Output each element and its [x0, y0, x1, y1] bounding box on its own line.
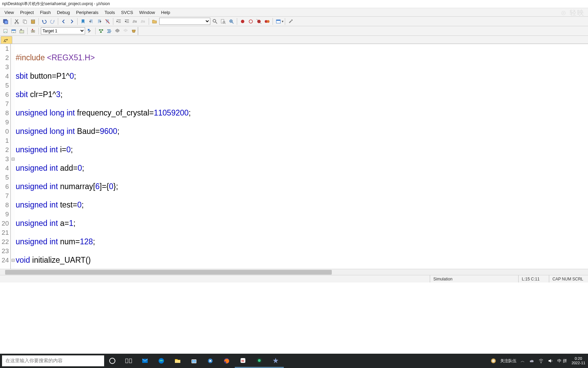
app1-icon[interactable]: [202, 354, 218, 368]
translate-icon[interactable]: [2, 27, 9, 35]
svg-point-15: [241, 20, 244, 23]
menu-view[interactable]: View: [1, 9, 17, 16]
bookmark-clear-icon[interactable]: [104, 18, 111, 25]
indent-icon[interactable]: [115, 18, 122, 25]
cortana-icon[interactable]: [104, 354, 120, 368]
svg-text://≡: //≡: [133, 19, 137, 24]
taskbar-search[interactable]: 在这里输入你要搜索的内容: [2, 355, 104, 366]
find-in-files-icon[interactable]: [219, 18, 227, 25]
svg-rect-7: [32, 19, 34, 20]
tray-chevron-up-icon[interactable]: ︿: [519, 354, 527, 368]
undo-icon[interactable]: [40, 18, 48, 25]
breakpoint-icon[interactable]: [247, 18, 255, 25]
window-icon[interactable]: [275, 18, 282, 25]
status-indicators: CAP NUM SCRL: [549, 275, 587, 282]
select-packs-icon[interactable]: [130, 27, 137, 35]
uncomment-icon[interactable]: //≡: [140, 18, 147, 25]
breakpoint-kill-icon[interactable]: [263, 18, 271, 25]
app-star-icon[interactable]: [267, 354, 284, 368]
save-all-icon[interactable]: [2, 18, 9, 25]
cut-icon[interactable]: [13, 18, 20, 25]
tray-text[interactable]: 关注队伍: [498, 354, 519, 368]
breakpoint-enable-icon[interactable]: [255, 18, 263, 25]
tray-wifi-icon[interactable]: [536, 354, 546, 368]
tray-app-icon[interactable]: [489, 354, 498, 368]
horizontal-scrollbar[interactable]: [0, 269, 588, 275]
code-editor[interactable]: 1234 5678 9012 3456 78920 21222324 ⊟ ⊟ #…: [0, 44, 588, 269]
tray-clock[interactable]: 0:20 2022-11: [569, 356, 588, 365]
copy-icon[interactable]: [21, 18, 29, 25]
target-select[interactable]: Target 1: [41, 27, 85, 34]
svg-point-54: [541, 363, 541, 363]
system-tray: 关注队伍 ︿ 中 拼 0:20 2022-11: [489, 354, 588, 368]
nav-back-icon[interactable]: [60, 18, 67, 25]
status-bar: Simulation L:15 C:11 CAP NUM SCRL: [0, 275, 588, 282]
menu-window[interactable]: Window: [136, 9, 158, 16]
find-combo[interactable]: [159, 18, 210, 25]
store-icon[interactable]: [186, 354, 202, 368]
comment-icon[interactable]: //≡: [131, 18, 139, 25]
wps-icon[interactable]: W: [235, 354, 251, 368]
edge-icon[interactable]: [153, 354, 169, 368]
folder-icon[interactable]: [151, 18, 158, 25]
svg-rect-40: [175, 360, 180, 363]
stop-build-icon[interactable]: [122, 27, 129, 35]
mail-icon[interactable]: [137, 354, 153, 368]
search-placeholder: 在这里输入你要搜索的内容: [5, 358, 63, 364]
app-green-icon[interactable]: [251, 354, 267, 368]
svg-rect-36: [126, 359, 128, 363]
svg-text://≡: //≡: [141, 19, 145, 24]
multi-project-icon[interactable]: [105, 27, 113, 35]
menu-peripherals[interactable]: Peripherals: [73, 9, 102, 16]
outdent-icon[interactable]: [123, 18, 131, 25]
svg-point-51: [258, 359, 261, 362]
scrollbar-thumb[interactable]: [5, 270, 332, 275]
svg-rect-44: [192, 362, 194, 363]
redo-icon[interactable]: [49, 18, 56, 25]
rebuild-icon[interactable]: [18, 27, 26, 35]
tray-onedrive-icon[interactable]: [527, 354, 536, 368]
window-title: np\Desktop\单片机作业\serial\serial_project.u…: [2, 1, 586, 7]
svg-point-16: [249, 20, 252, 23]
menu-project[interactable]: Project: [17, 9, 37, 16]
editor-tabbar: .c*: [0, 36, 588, 44]
svg-point-53: [492, 359, 495, 362]
nav-forward-icon[interactable]: [68, 18, 76, 25]
menu-tools[interactable]: Tools: [101, 9, 118, 16]
task-view-icon[interactable]: [120, 354, 137, 368]
batch-build-icon[interactable]: [114, 27, 121, 35]
svg-rect-43: [194, 360, 196, 361]
menu-svcs[interactable]: SVCS: [118, 9, 136, 16]
bookmark-prev-icon[interactable]: [87, 18, 95, 25]
bookmark-next-icon[interactable]: [96, 18, 103, 25]
build-icon[interactable]: [10, 27, 17, 35]
svg-rect-27: [32, 29, 33, 30]
svg-text:W: W: [241, 359, 244, 363]
download-icon[interactable]: [29, 27, 37, 35]
watermark: ⊙ 轻映: [561, 8, 585, 17]
svg-rect-45: [194, 362, 196, 363]
incremental-find-icon[interactable]: [228, 18, 235, 25]
options-icon[interactable]: [86, 27, 94, 35]
tray-volume-icon[interactable]: [546, 354, 555, 368]
debug-start-icon[interactable]: [239, 18, 246, 25]
svg-rect-1: [4, 20, 8, 24]
configure-icon[interactable]: [287, 18, 294, 25]
svg-rect-24: [12, 30, 16, 31]
status-cursor-pos: L:15 C:11: [518, 275, 549, 282]
tray-ime[interactable]: 中 拼: [555, 354, 569, 368]
paste-icon[interactable]: [29, 18, 37, 25]
menu-help[interactable]: Help: [158, 9, 173, 16]
svg-point-19: [267, 20, 270, 23]
svg-rect-25: [20, 30, 24, 33]
manage-project-icon[interactable]: [97, 27, 105, 35]
svg-rect-30: [99, 29, 101, 31]
code-area[interactable]: #include <REGX51.H> sbit button=P1^0; sb…: [15, 44, 588, 269]
firefox-icon[interactable]: [218, 354, 235, 368]
tab-file[interactable]: .c*: [1, 36, 12, 44]
bookmark-toggle-icon[interactable]: [79, 18, 87, 25]
find-icon[interactable]: [211, 18, 219, 25]
menu-debug[interactable]: Debug: [54, 9, 73, 16]
menu-flash[interactable]: Flash: [37, 9, 54, 16]
explorer-icon[interactable]: [169, 354, 186, 368]
